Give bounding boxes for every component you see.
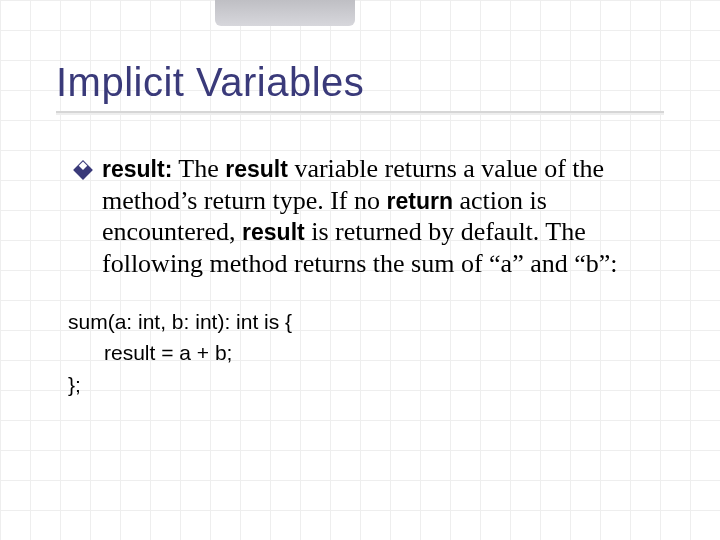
bullet-item: result: The result variable returns a va… <box>56 153 664 280</box>
bullet-text: The <box>178 154 225 183</box>
code-line: sum(a: int, b: int): int is { <box>68 306 664 338</box>
slide-tab-decoration <box>215 0 355 26</box>
slide-title: Implicit Variables <box>56 60 664 111</box>
bullet-bold: return <box>387 188 453 214</box>
slide-content: Implicit Variables result: The result va… <box>56 60 664 400</box>
code-line: }; <box>68 369 664 401</box>
diamond-bullet-icon <box>73 160 93 180</box>
bullet-bold: result <box>225 156 288 182</box>
bullet-lead-bold: result: <box>102 156 172 182</box>
bullet-bold: result <box>242 219 305 245</box>
code-line: result = a + b; <box>68 337 664 369</box>
code-block: sum(a: int, b: int): int is { result = a… <box>56 306 664 401</box>
title-underline <box>56 111 664 113</box>
